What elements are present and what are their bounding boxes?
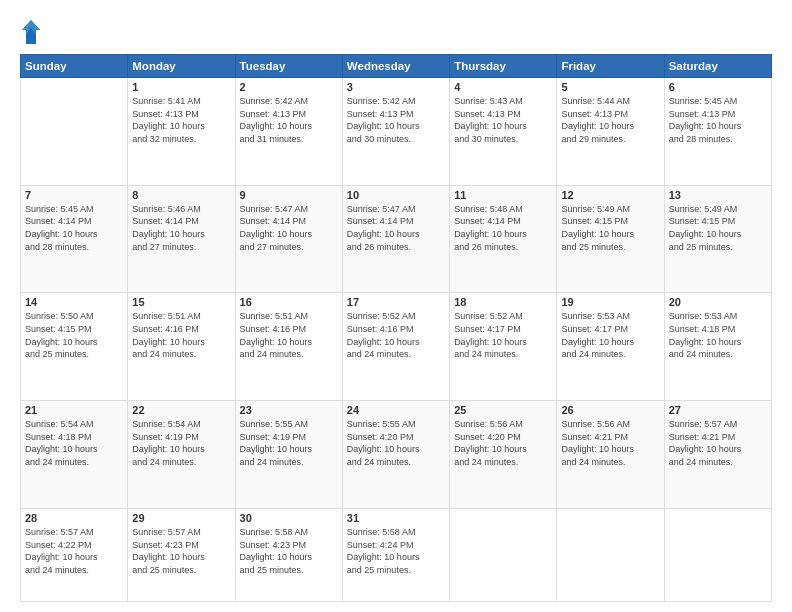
day-number: 12 [561,189,659,201]
calendar-cell: 27Sunrise: 5:57 AMSunset: 4:21 PMDayligh… [664,401,771,509]
calendar-cell: 29Sunrise: 5:57 AMSunset: 4:23 PMDayligh… [128,508,235,601]
day-number: 18 [454,296,552,308]
day-number: 15 [132,296,230,308]
day-number: 8 [132,189,230,201]
calendar-cell: 3Sunrise: 5:42 AMSunset: 4:13 PMDaylight… [342,78,449,186]
day-number: 22 [132,404,230,416]
calendar-cell: 2Sunrise: 5:42 AMSunset: 4:13 PMDaylight… [235,78,342,186]
weekday-header-thursday: Thursday [450,55,557,78]
calendar-cell: 15Sunrise: 5:51 AMSunset: 4:16 PMDayligh… [128,293,235,401]
calendar-cell: 6Sunrise: 5:45 AMSunset: 4:13 PMDaylight… [664,78,771,186]
day-number: 24 [347,404,445,416]
day-info: Sunrise: 5:56 AMSunset: 4:21 PMDaylight:… [561,418,659,468]
day-info: Sunrise: 5:44 AMSunset: 4:13 PMDaylight:… [561,95,659,145]
calendar-week-row: 21Sunrise: 5:54 AMSunset: 4:18 PMDayligh… [21,401,772,509]
day-info: Sunrise: 5:42 AMSunset: 4:13 PMDaylight:… [347,95,445,145]
day-number: 31 [347,512,445,524]
day-info: Sunrise: 5:43 AMSunset: 4:13 PMDaylight:… [454,95,552,145]
day-info: Sunrise: 5:51 AMSunset: 4:16 PMDaylight:… [240,310,338,360]
day-number: 3 [347,81,445,93]
day-info: Sunrise: 5:58 AMSunset: 4:23 PMDaylight:… [240,526,338,576]
calendar-cell: 20Sunrise: 5:53 AMSunset: 4:18 PMDayligh… [664,293,771,401]
page: SundayMondayTuesdayWednesdayThursdayFrid… [0,0,792,612]
day-info: Sunrise: 5:55 AMSunset: 4:20 PMDaylight:… [347,418,445,468]
day-number: 14 [25,296,123,308]
day-number: 19 [561,296,659,308]
calendar-cell: 13Sunrise: 5:49 AMSunset: 4:15 PMDayligh… [664,185,771,293]
calendar-cell: 4Sunrise: 5:43 AMSunset: 4:13 PMDaylight… [450,78,557,186]
calendar-cell: 10Sunrise: 5:47 AMSunset: 4:14 PMDayligh… [342,185,449,293]
day-info: Sunrise: 5:52 AMSunset: 4:17 PMDaylight:… [454,310,552,360]
day-number: 27 [669,404,767,416]
day-info: Sunrise: 5:41 AMSunset: 4:13 PMDaylight:… [132,95,230,145]
day-number: 20 [669,296,767,308]
calendar-cell: 30Sunrise: 5:58 AMSunset: 4:23 PMDayligh… [235,508,342,601]
day-number: 5 [561,81,659,93]
calendar-cell: 23Sunrise: 5:55 AMSunset: 4:19 PMDayligh… [235,401,342,509]
day-info: Sunrise: 5:49 AMSunset: 4:15 PMDaylight:… [561,203,659,253]
day-number: 17 [347,296,445,308]
day-info: Sunrise: 5:53 AMSunset: 4:18 PMDaylight:… [669,310,767,360]
day-number: 6 [669,81,767,93]
weekday-header-tuesday: Tuesday [235,55,342,78]
day-info: Sunrise: 5:50 AMSunset: 4:15 PMDaylight:… [25,310,123,360]
day-info: Sunrise: 5:51 AMSunset: 4:16 PMDaylight:… [132,310,230,360]
calendar-cell: 12Sunrise: 5:49 AMSunset: 4:15 PMDayligh… [557,185,664,293]
day-number: 4 [454,81,552,93]
calendar-cell: 22Sunrise: 5:54 AMSunset: 4:19 PMDayligh… [128,401,235,509]
calendar-cell [557,508,664,601]
calendar-table: SundayMondayTuesdayWednesdayThursdayFrid… [20,54,772,602]
day-number: 11 [454,189,552,201]
calendar-week-row: 7Sunrise: 5:45 AMSunset: 4:14 PMDaylight… [21,185,772,293]
calendar-week-row: 14Sunrise: 5:50 AMSunset: 4:15 PMDayligh… [21,293,772,401]
day-info: Sunrise: 5:55 AMSunset: 4:19 PMDaylight:… [240,418,338,468]
day-number: 10 [347,189,445,201]
day-info: Sunrise: 5:42 AMSunset: 4:13 PMDaylight:… [240,95,338,145]
day-number: 26 [561,404,659,416]
calendar-cell: 1Sunrise: 5:41 AMSunset: 4:13 PMDaylight… [128,78,235,186]
day-number: 28 [25,512,123,524]
calendar-cell: 7Sunrise: 5:45 AMSunset: 4:14 PMDaylight… [21,185,128,293]
calendar-cell: 21Sunrise: 5:54 AMSunset: 4:18 PMDayligh… [21,401,128,509]
day-info: Sunrise: 5:56 AMSunset: 4:20 PMDaylight:… [454,418,552,468]
weekday-header-friday: Friday [557,55,664,78]
calendar-cell [450,508,557,601]
day-number: 13 [669,189,767,201]
day-info: Sunrise: 5:57 AMSunset: 4:21 PMDaylight:… [669,418,767,468]
day-info: Sunrise: 5:53 AMSunset: 4:17 PMDaylight:… [561,310,659,360]
calendar-cell: 16Sunrise: 5:51 AMSunset: 4:16 PMDayligh… [235,293,342,401]
calendar-cell: 26Sunrise: 5:56 AMSunset: 4:21 PMDayligh… [557,401,664,509]
logo-icon [20,18,42,46]
calendar-cell: 14Sunrise: 5:50 AMSunset: 4:15 PMDayligh… [21,293,128,401]
calendar-cell: 11Sunrise: 5:48 AMSunset: 4:14 PMDayligh… [450,185,557,293]
day-number: 2 [240,81,338,93]
weekday-header-monday: Monday [128,55,235,78]
day-info: Sunrise: 5:49 AMSunset: 4:15 PMDaylight:… [669,203,767,253]
calendar-cell: 28Sunrise: 5:57 AMSunset: 4:22 PMDayligh… [21,508,128,601]
weekday-header-row: SundayMondayTuesdayWednesdayThursdayFrid… [21,55,772,78]
calendar-cell: 5Sunrise: 5:44 AMSunset: 4:13 PMDaylight… [557,78,664,186]
calendar-cell [21,78,128,186]
day-info: Sunrise: 5:45 AMSunset: 4:14 PMDaylight:… [25,203,123,253]
day-info: Sunrise: 5:57 AMSunset: 4:22 PMDaylight:… [25,526,123,576]
day-info: Sunrise: 5:48 AMSunset: 4:14 PMDaylight:… [454,203,552,253]
day-number: 16 [240,296,338,308]
day-number: 30 [240,512,338,524]
day-number: 25 [454,404,552,416]
day-info: Sunrise: 5:47 AMSunset: 4:14 PMDaylight:… [347,203,445,253]
day-info: Sunrise: 5:47 AMSunset: 4:14 PMDaylight:… [240,203,338,253]
calendar-cell [664,508,771,601]
calendar-cell: 19Sunrise: 5:53 AMSunset: 4:17 PMDayligh… [557,293,664,401]
calendar-cell: 8Sunrise: 5:46 AMSunset: 4:14 PMDaylight… [128,185,235,293]
logo [20,18,45,46]
day-info: Sunrise: 5:57 AMSunset: 4:23 PMDaylight:… [132,526,230,576]
weekday-header-saturday: Saturday [664,55,771,78]
day-info: Sunrise: 5:46 AMSunset: 4:14 PMDaylight:… [132,203,230,253]
day-number: 9 [240,189,338,201]
day-info: Sunrise: 5:45 AMSunset: 4:13 PMDaylight:… [669,95,767,145]
calendar-cell: 9Sunrise: 5:47 AMSunset: 4:14 PMDaylight… [235,185,342,293]
day-number: 7 [25,189,123,201]
day-info: Sunrise: 5:52 AMSunset: 4:16 PMDaylight:… [347,310,445,360]
calendar-week-row: 1Sunrise: 5:41 AMSunset: 4:13 PMDaylight… [21,78,772,186]
day-info: Sunrise: 5:58 AMSunset: 4:24 PMDaylight:… [347,526,445,576]
